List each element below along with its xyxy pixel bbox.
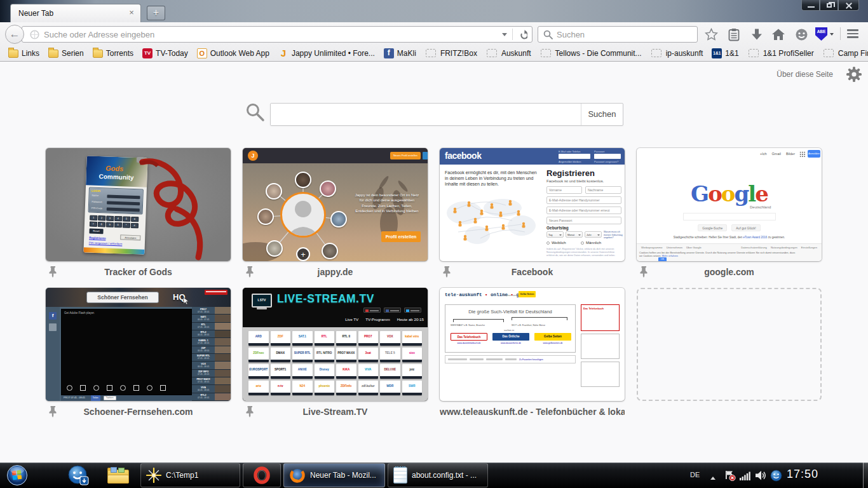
tile-thumbnail[interactable]: + J Neues Profil erstellen Jappy ist dei… — [243, 148, 428, 261]
bookmark-item[interactable]: ip-auskunft — [646, 48, 708, 58]
tab-close-icon[interactable] — [128, 9, 135, 17]
gear-icon[interactable] — [846, 66, 862, 83]
channel-row: ZDF06:45 - 08:00 — [192, 346, 231, 354]
channel-thumb — [215, 362, 231, 369]
tile-title[interactable]: Schoener-Fernsehen.com — [46, 407, 231, 417]
clock[interactable]: 17:50 — [787, 468, 818, 481]
world-map-graphic — [442, 194, 544, 257]
new-tab-button[interactable] — [147, 6, 165, 20]
channel-card: SPORT1 — [271, 364, 291, 379]
channel-card: KiKA — [336, 364, 356, 379]
tile-thumbnail[interactable]: facebook E-Mail oder Telefon Passwort An… — [440, 148, 625, 261]
bookmark-label: Jappy Unlimited • Fore... — [292, 49, 375, 58]
red-banner — [205, 290, 227, 295]
bookmark-item[interactable]: FRITZ!Box — [421, 48, 482, 58]
taskbar-button-firefox[interactable]: Neuer Tab - Mozil... — [283, 463, 385, 487]
tile-title[interactable]: Live-Stream.TV — [243, 407, 428, 417]
restore-button[interactable] — [820, 0, 838, 11]
divider — [512, 29, 513, 40]
show-desktop-button[interactable] — [863, 463, 868, 488]
newtab-search-button[interactable]: Suchen — [581, 104, 623, 125]
bookmark-label: ip-auskunft — [666, 49, 703, 58]
volume-icon[interactable] — [755, 470, 768, 481]
newtab-search-input[interactable] — [271, 104, 581, 125]
search-input[interactable] — [557, 27, 697, 42]
reload-icon[interactable] — [517, 29, 527, 39]
tray-smiley-icon[interactable] — [770, 470, 782, 482]
register-fields: E-Mail-Adresse oder HandynummerE-Mail-Ad… — [546, 196, 621, 227]
network-signal-icon[interactable] — [740, 471, 751, 480]
tile-thumbnail[interactable]: Schöner Fernsehen HQ f Get Adobe Flash p… — [46, 288, 231, 401]
taskbar-button-notepad[interactable]: about.config.txt - ... — [388, 463, 488, 487]
chat-smiley-icon[interactable] — [795, 28, 808, 41]
bookmark-item[interactable]: Serien — [44, 48, 88, 58]
taskbar-button-temp1[interactable]: C:\Temp1 — [140, 463, 240, 487]
language-indicator[interactable]: DE — [690, 471, 700, 478]
lucky-button: Auf gut Glück! — [731, 224, 760, 231]
channel-card: WDR — [380, 381, 400, 395]
header-blue-button — [423, 152, 428, 159]
tile-title[interactable]: Facebook — [440, 267, 625, 277]
tile-thumbnail[interactable]: tele·auskunft ▪ online ▪ gmbh Partner vo… — [440, 288, 625, 401]
bookmark-item[interactable]: Outlook Web App — [193, 48, 274, 58]
hidden-icons-arrow[interactable] — [710, 474, 715, 480]
channel-thumb — [215, 338, 231, 345]
bookmark-item[interactable]: 1&1 ProfiSeller — [743, 48, 818, 58]
url-input[interactable] — [44, 27, 499, 42]
footer-links-row: Zu Favoriten hinzufügen — [445, 355, 576, 363]
bookmarks-menu-icon[interactable] — [728, 28, 740, 41]
bookmark-item[interactable]: Camp Firefox — [818, 48, 868, 58]
tile-title[interactable]: Tracker of Gods — [46, 267, 231, 277]
taskbar-button-opera[interactable] — [243, 463, 281, 487]
bookmark-item[interactable]: Torrents — [88, 48, 138, 58]
tile-thumbnail[interactable]: Gods Community LOGIN Name Passwort PIN-C… — [46, 148, 231, 261]
bookmark-label: Outlook Web App — [210, 49, 269, 58]
register-field: Neues Passwort — [546, 217, 621, 224]
downloads-icon[interactable] — [750, 28, 763, 41]
empty-tile-placeholder[interactable] — [637, 288, 822, 401]
explorer-folder-icon[interactable] — [107, 467, 129, 484]
profile-avatar-placeholder — [280, 192, 326, 238]
tile-thumbnail[interactable]: +IchGmailBilder Anmelden Google Deutschl… — [637, 148, 822, 261]
menu-button[interactable] — [847, 29, 858, 40]
tile-title[interactable]: google.com — [637, 267, 822, 277]
channel-row: RTL206:45 - 08:45 — [192, 330, 231, 338]
bookmark-item[interactable]: 1&1 — [707, 48, 743, 58]
tile-title[interactable]: jappy.de — [243, 267, 428, 277]
adblock-shield-icon: ABE — [815, 27, 827, 41]
adblock-button[interactable]: ABE — [815, 27, 834, 41]
home-icon[interactable] — [771, 28, 785, 41]
url-dropdown-icon[interactable] — [502, 33, 507, 39]
bookmark-star-icon[interactable] — [705, 28, 718, 41]
bookmark-item[interactable]: Jappy Unlimited • Fore... — [274, 48, 379, 58]
bookmark-icon — [93, 50, 103, 58]
back-button[interactable] — [5, 25, 24, 44]
bookmark-icon — [142, 48, 153, 58]
bookmark-item[interactable]: Auskunft — [482, 48, 536, 58]
smiley-app-icon[interactable] — [67, 464, 89, 486]
search-bar[interactable] — [538, 26, 698, 43]
action-center-flag-icon[interactable] — [724, 470, 736, 481]
bookmark-item[interactable]: TV-Today — [138, 48, 193, 58]
url-bar[interactable] — [22, 26, 532, 43]
browser-tab[interactable]: Neuer Tab — [10, 4, 141, 22]
channel-thumb — [215, 354, 231, 361]
logo-letter: o — [708, 181, 721, 207]
tile-title[interactable]: www.teleauskunft.de - Telefonbücher & lo… — [440, 407, 625, 417]
start-button[interactable] — [6, 464, 28, 486]
logo-letter: o — [721, 181, 735, 207]
search-icon — [543, 30, 553, 39]
bookmark-item[interactable]: MaKli — [379, 48, 421, 58]
gelbe-seiten-badge: Gelbe Seiten — [519, 291, 536, 297]
avatar — [320, 180, 336, 197]
tile-thumbnail[interactable]: LSTV LIVE-STREAM.TV Live TVTV-ProgrammHe… — [243, 288, 428, 401]
bookmark-item[interactable]: Links — [4, 48, 44, 58]
about-page-link[interactable]: Über diese Seite — [776, 70, 833, 79]
close-button[interactable] — [838, 0, 859, 11]
channel-card: VOX — [380, 331, 400, 346]
channel-thumb — [215, 346, 231, 353]
channel-thumb — [215, 307, 231, 314]
bookmark-item[interactable]: Tellows - Die Communit... — [536, 48, 646, 58]
minimize-button[interactable] — [801, 0, 820, 11]
flash-hint: Get Adobe Flash player. — [64, 311, 95, 315]
